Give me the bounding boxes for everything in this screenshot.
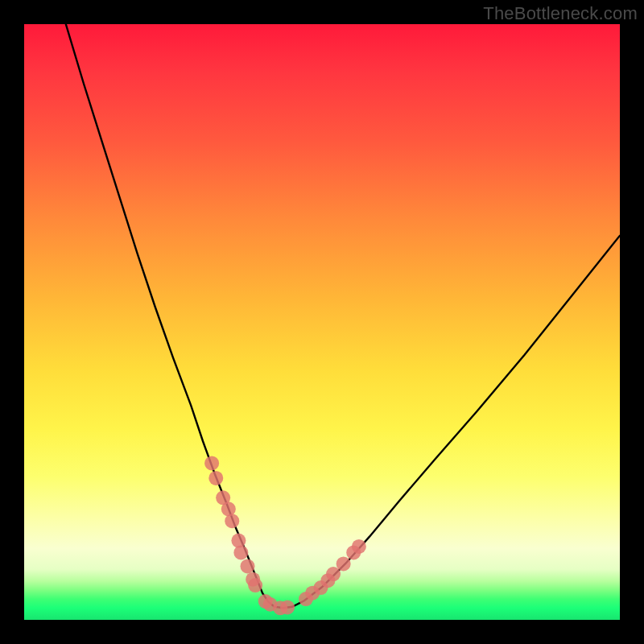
curve-layer <box>24 24 620 620</box>
sample-point <box>225 514 239 528</box>
marker-layer <box>204 456 366 615</box>
watermark-text: TheBottleneck.com <box>483 3 638 24</box>
sample-point <box>280 600 295 614</box>
chart-stage: TheBottleneck.com <box>0 0 644 644</box>
sample-point <box>336 556 351 571</box>
sample-point <box>248 578 262 592</box>
sample-point <box>204 456 219 470</box>
sample-point <box>352 539 366 554</box>
sample-point <box>233 545 248 559</box>
plot-area <box>24 24 620 620</box>
sample-point <box>208 471 223 485</box>
bottleneck-curve <box>66 24 620 608</box>
sample-point <box>241 559 255 573</box>
sample-point <box>231 534 246 548</box>
